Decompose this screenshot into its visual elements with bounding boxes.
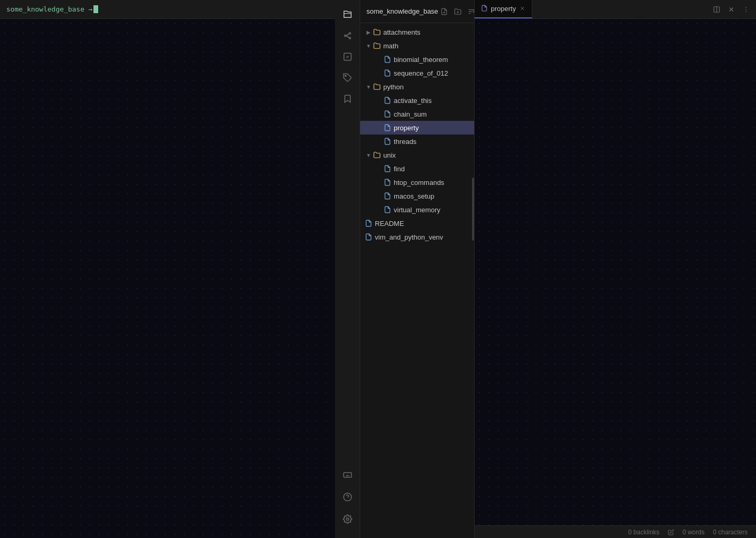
virtual-memory-label: virtual_memory [394, 206, 440, 214]
activity-bookmarks-icon[interactable] [338, 89, 357, 108]
terminal-panel: some_knowledge_base → [0, 0, 335, 538]
virtual-memory-file-icon [383, 205, 392, 214]
split-editor-button[interactable] [711, 4, 722, 15]
sidebar-item-property[interactable]: property [360, 121, 474, 134]
edit-icon-status[interactable] [668, 529, 674, 535]
tab-property-label: property [491, 5, 516, 13]
sequence-label: sequence_of_012 [394, 69, 448, 77]
activate-this-label: activate_this [394, 97, 432, 105]
svg-line-4 [346, 36, 349, 38]
activity-help-icon[interactable] [338, 488, 357, 506]
activate-this-file-icon [383, 96, 392, 105]
sequence-file-icon [383, 69, 392, 77]
backlinks-status[interactable]: 0 backlinks [628, 529, 659, 536]
editor-content[interactable] [475, 19, 756, 525]
vim-python-venv-file-icon [364, 233, 373, 241]
sidebar-item-binomial-theorem[interactable]: binomial_theorem [360, 53, 474, 66]
sidebar-header-icons [438, 6, 477, 17]
svg-point-1 [349, 33, 351, 34]
sidebar-item-attachments[interactable]: attachments [360, 25, 474, 39]
sidebar-header: some_knowledge_base [360, 0, 474, 23]
python-folder-icon [373, 82, 381, 91]
binomial-theorem-file-icon [383, 55, 392, 64]
svg-point-23 [746, 7, 747, 8]
activity-keyboard-icon[interactable] [338, 465, 357, 484]
attachments-arrow [364, 28, 373, 36]
activity-bar-bottom [338, 464, 357, 534]
sidebar: some_knowledge_base attachments [360, 0, 475, 538]
threads-label: threads [394, 138, 416, 146]
sidebar-item-threads[interactable]: threads [360, 134, 474, 148]
unix-folder-icon [373, 151, 381, 159]
terminal-cursor [93, 5, 98, 13]
sidebar-item-macos-setup[interactable]: macos_setup [360, 189, 474, 203]
htop-commands-file-icon [383, 178, 392, 187]
more-options-button[interactable] [740, 4, 752, 15]
new-folder-button[interactable] [452, 6, 464, 17]
math-label: math [383, 42, 398, 50]
characters-count: 0 characters [713, 529, 748, 536]
terminal-titlebar: some_knowledge_base → [0, 0, 335, 19]
words-count: 0 words [682, 529, 705, 536]
vim-python-venv-label: vim_and_python_venv [375, 233, 443, 241]
status-bar: 0 backlinks 0 words 0 characters [475, 525, 756, 538]
sidebar-scrollbar[interactable] [472, 178, 474, 241]
activity-graph-icon[interactable] [338, 26, 357, 45]
svg-line-3 [346, 34, 349, 36]
sidebar-content: attachments math binomial_theorem sequen… [360, 23, 474, 538]
words-status: 0 words [682, 529, 705, 536]
svg-point-2 [349, 37, 351, 39]
backlinks-count: 0 backlinks [628, 529, 659, 536]
svg-point-24 [746, 9, 747, 10]
new-note-button[interactable] [438, 6, 450, 17]
sidebar-item-chain-sum[interactable]: chain_sum [360, 107, 474, 121]
python-label: python [383, 83, 404, 91]
find-file-icon [383, 164, 392, 173]
attachments-folder-icon [373, 28, 381, 36]
editor-tab-actions [707, 0, 756, 18]
sidebar-item-unix[interactable]: unix [360, 148, 474, 162]
htop-commands-label: htop_commands [394, 179, 444, 187]
svg-point-9 [346, 518, 349, 521]
binomial-theorem-label: binomial_theorem [394, 56, 448, 64]
chain-sum-label: chain_sum [394, 110, 427, 118]
terminal-prompt: → [89, 5, 93, 13]
svg-point-25 [746, 11, 747, 12]
svg-point-0 [344, 35, 346, 37]
sidebar-item-python[interactable]: python [360, 80, 474, 94]
activity-files-icon[interactable] [338, 5, 357, 24]
editor-area: property 0 backlinks 0 words [475, 0, 756, 538]
editor-tabs: property [475, 0, 756, 19]
activity-tags-icon[interactable] [338, 68, 357, 87]
threads-file-icon [383, 137, 392, 146]
sidebar-item-virtual-memory[interactable]: virtual_memory [360, 203, 474, 216]
sidebar-item-readme[interactable]: README [360, 216, 474, 230]
math-folder-icon [373, 42, 381, 50]
unix-arrow [364, 151, 373, 159]
macos-setup-label: macos_setup [394, 192, 434, 200]
math-arrow [364, 42, 373, 50]
sidebar-item-sequence-of-012[interactable]: sequence_of_012 [360, 66, 474, 80]
unix-label: unix [383, 151, 396, 159]
readme-file-icon [364, 219, 373, 227]
chain-sum-file-icon [383, 110, 392, 118]
close-editor-button[interactable] [726, 4, 737, 15]
tab-property-close[interactable] [519, 5, 526, 13]
macos-setup-file-icon [383, 192, 392, 200]
characters-status: 0 characters [713, 529, 748, 536]
vault-name: some_knowledge_base [366, 7, 438, 15]
sidebar-item-vim-python-venv[interactable]: vim_and_python_venv [360, 230, 474, 244]
activity-tasks-icon[interactable] [338, 47, 357, 66]
find-label: find [394, 165, 405, 173]
svg-rect-7 [343, 473, 351, 478]
svg-point-6 [345, 75, 346, 76]
attachments-label: attachments [383, 28, 421, 36]
sidebar-item-htop-commands[interactable]: htop_commands [360, 175, 474, 189]
sidebar-item-math[interactable]: math [360, 39, 474, 53]
sidebar-item-activate-this[interactable]: activate_this [360, 94, 474, 107]
activity-bar [335, 0, 360, 538]
tab-property-icon [481, 5, 488, 13]
editor-tab-property[interactable]: property [475, 0, 532, 18]
activity-settings-icon[interactable] [338, 510, 357, 529]
sidebar-item-find[interactable]: find [360, 162, 474, 175]
